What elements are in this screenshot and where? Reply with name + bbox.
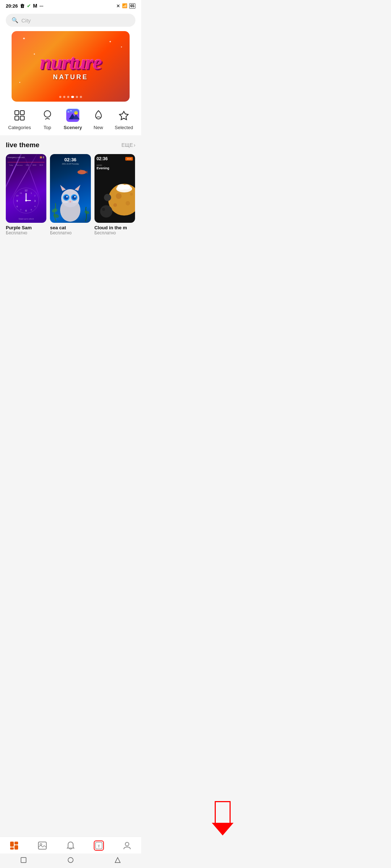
banner-cursive-text: nurture (40, 52, 101, 73)
svg-text:1: 1 (31, 192, 32, 194)
nav-label-selected: Selected (115, 125, 133, 130)
banner: ✦ ✦ ✦ ✦ ✦ nurture NATURE (12, 31, 130, 102)
x-icon: ✕ (116, 3, 120, 9)
status-left: 20:26 🗑 ✔ M ··· (6, 3, 43, 9)
section-header: live theme ЕЩЕ › (6, 141, 135, 149)
dot-6 (80, 96, 82, 98)
check-icon: ✔ (27, 3, 31, 9)
nav-label-scenery: Scenery (64, 125, 82, 130)
svg-point-38 (66, 196, 68, 197)
svg-rect-3 (20, 116, 24, 120)
svg-point-46 (53, 213, 59, 218)
chevron-right-icon: › (134, 142, 135, 148)
search-icon: 🔍 (12, 17, 18, 24)
svg-point-53 (100, 205, 112, 218)
svg-rect-1 (20, 111, 24, 115)
top-icon (40, 108, 55, 123)
svg-text:10: 10 (16, 195, 18, 197)
svg-point-50 (126, 201, 130, 205)
svg-point-49 (116, 193, 122, 199)
theme-card-cloud-moon[interactable]: 02:36 10:20 GOOD Evening (94, 154, 135, 235)
svg-point-55 (104, 194, 111, 201)
nav-label-top: Top (43, 125, 51, 130)
svg-text:4: 4 (34, 205, 36, 208)
dot-2 (63, 96, 66, 98)
nav-label-categories: Categories (8, 125, 31, 130)
sea-cat-thumb: 02:36 2021.10.28 Thursday (50, 154, 91, 223)
svg-point-39 (74, 196, 76, 197)
svg-text:9: 9 (17, 200, 18, 202)
dot-1 (59, 96, 62, 98)
scenery-icon (66, 108, 80, 123)
dot-4 (71, 96, 74, 98)
theme-grid: Emergency calls only 📶 🔋 Today Tomorrow … (6, 154, 135, 235)
live-theme-section: live theme ЕЩЕ › Emergency calls only 📶 … (0, 135, 141, 239)
theme-name-cloud-moon: Cloud in the m (94, 225, 135, 230)
search-bar: 🔍 City (0, 11, 141, 31)
nav-item-top[interactable]: Top (40, 108, 55, 130)
nav-label-new: New (94, 125, 103, 130)
wifi-icon: 📶 (122, 3, 127, 8)
time: 20:26 (6, 3, 18, 9)
new-icon (91, 108, 106, 123)
battery-icon: 65 (129, 3, 135, 9)
svg-text:3: 3 (34, 200, 36, 202)
svg-rect-0 (15, 111, 19, 115)
theme-card-purple-sam[interactable]: Emergency calls only 📶 🔋 Today Tomorrow … (6, 154, 46, 235)
svg-text:2: 2 (34, 195, 36, 197)
theme-price-cloud-moon: Бесплатно (94, 230, 135, 235)
svg-point-37 (72, 195, 76, 200)
trash-icon: 🗑 (20, 3, 25, 9)
svg-text:5: 5 (31, 209, 32, 211)
svg-text:11: 11 (20, 192, 22, 194)
search-placeholder: City (21, 17, 31, 24)
mail-icon: M (33, 3, 37, 9)
svg-text:8: 8 (17, 205, 18, 208)
svg-point-26 (77, 170, 86, 174)
theme-price-purple-sam: Бесплатно (6, 230, 46, 235)
svg-text:12: 12 (25, 189, 28, 192)
nav-item-new[interactable]: New (91, 108, 106, 130)
svg-point-36 (64, 195, 68, 200)
svg-marker-27 (86, 170, 87, 174)
nav-item-categories[interactable]: Categories (8, 108, 31, 130)
nav-item-scenery[interactable]: Scenery (64, 108, 82, 130)
status-right: ✕ 📶 65 (116, 3, 135, 9)
cloud-moon-thumb: 02:36 10:20 GOOD Evening (94, 154, 135, 223)
purple-sam-thumb: Emergency calls only 📶 🔋 Today Tomorrow … (6, 154, 46, 223)
banner-dots (59, 96, 82, 98)
search-input-container[interactable]: 🔍 City (6, 14, 135, 27)
more-icon: ··· (39, 3, 43, 9)
svg-point-4 (44, 111, 51, 117)
svg-point-45 (52, 208, 58, 213)
categories-icon (12, 108, 27, 123)
nav-item-selected[interactable]: Selected (115, 108, 133, 130)
banner-subtitle: NATURE (40, 73, 101, 81)
svg-point-52 (113, 203, 117, 207)
svg-text:6: 6 (25, 209, 27, 212)
svg-rect-2 (15, 116, 19, 120)
theme-name-sea-cat: sea cat (50, 225, 91, 230)
svg-point-25 (25, 200, 27, 201)
selected-icon (117, 108, 131, 123)
svg-point-58 (123, 184, 130, 190)
section-more[interactable]: ЕЩЕ › (122, 142, 135, 148)
status-bar: 20:26 🗑 ✔ M ··· ✕ 📶 65 (0, 0, 141, 11)
section-title: live theme (6, 141, 39, 149)
theme-price-sea-cat: Бесплатно (50, 230, 91, 235)
svg-point-54 (102, 208, 105, 211)
nav-categories: Categories Top (0, 102, 141, 135)
dot-3 (67, 96, 70, 98)
svg-text:7: 7 (20, 209, 22, 211)
banner-text: nurture NATURE (40, 52, 101, 81)
dot-5 (76, 96, 78, 98)
theme-card-sea-cat[interactable]: 02:36 2021.10.28 Thursday (50, 154, 91, 235)
theme-name-purple-sam: Purple Sam (6, 225, 46, 230)
